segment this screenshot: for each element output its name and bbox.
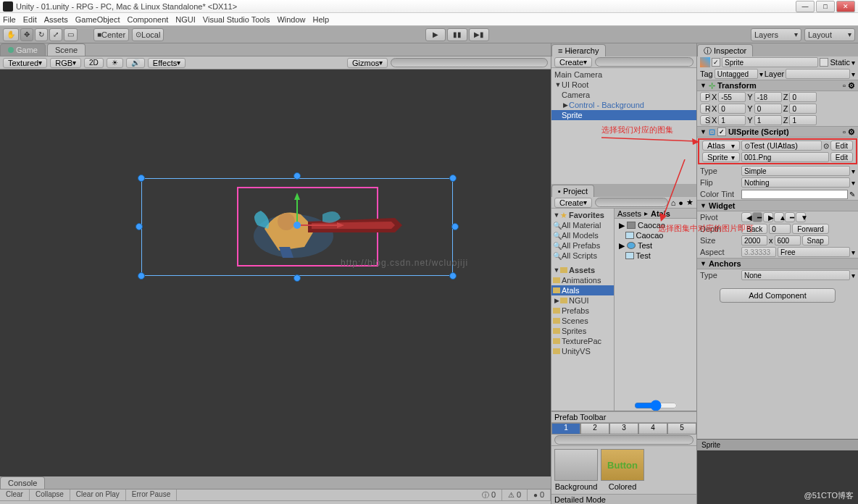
preview-header[interactable]: Sprite bbox=[697, 440, 858, 450]
tab-project[interactable]: ▪ Project bbox=[551, 185, 594, 197]
detail-mode-dropdown[interactable]: Detailed Mode bbox=[554, 495, 606, 504]
console-errorpause[interactable]: Error Pause bbox=[126, 490, 177, 500]
prefab-tab[interactable]: 4 bbox=[638, 423, 667, 434]
tab-inspector[interactable]: ⓘ Inspector bbox=[697, 44, 753, 56]
anchor-type-dropdown[interactable]: None bbox=[741, 270, 850, 280]
tree-row[interactable]: 🔍All Scripts bbox=[551, 251, 614, 261]
scene-viewport[interactable]: http://blog.csdn.net/wcluojiji bbox=[0, 70, 551, 476]
handle[interactable] bbox=[449, 272, 457, 280]
tab-console[interactable]: Console bbox=[0, 476, 45, 489]
flip-dropdown[interactable]: Nothing bbox=[741, 177, 850, 188]
handle[interactable] bbox=[293, 274, 301, 282]
tree-row[interactable]: 🔍All Models bbox=[551, 230, 614, 240]
sprite-edit[interactable]: Edit bbox=[830, 152, 853, 162]
handle[interactable] bbox=[138, 175, 145, 182]
prefab-search[interactable] bbox=[554, 435, 694, 445]
pivot-local-button[interactable]: ⊙ Local bbox=[132, 28, 164, 41]
layers-dropdown[interactable]: Layers ▾ bbox=[751, 28, 801, 41]
size-w[interactable]: 2000 bbox=[741, 235, 767, 245]
project-zoom-slider[interactable] bbox=[634, 400, 678, 411]
scene-search[interactable] bbox=[391, 58, 548, 67]
list-item[interactable]: Test bbox=[616, 251, 695, 261]
name-field[interactable]: Sprite bbox=[722, 57, 818, 67]
sprite-field[interactable]: 001.Png bbox=[741, 152, 829, 162]
transform-header[interactable]: ▼⊹Transform▫ ⚙ bbox=[697, 80, 858, 91]
prefab-tab[interactable]: 2 bbox=[580, 423, 609, 434]
project-search[interactable] bbox=[595, 198, 668, 207]
handle[interactable] bbox=[138, 272, 145, 280]
console-clearonplay[interactable]: Clear on Play bbox=[70, 490, 126, 500]
prefab-tab[interactable]: 5 bbox=[667, 423, 696, 434]
audio-toggle[interactable]: 🔊 bbox=[126, 58, 145, 68]
menu-edit[interactable]: Edit bbox=[23, 15, 37, 24]
handle[interactable] bbox=[449, 175, 457, 182]
atlas-edit[interactable]: Edit bbox=[830, 140, 853, 151]
static-checkbox[interactable] bbox=[820, 58, 828, 67]
depth-field[interactable]: 0 bbox=[769, 224, 791, 234]
console-error-count[interactable]: ● 0 bbox=[528, 490, 551, 500]
step-button[interactable]: ▶▮ bbox=[469, 28, 489, 41]
tree-row[interactable]: UnityVS bbox=[551, 346, 614, 356]
pos-z[interactable]: 0 bbox=[789, 92, 817, 102]
rgb-dropdown[interactable]: RGB ▾ bbox=[50, 58, 81, 68]
depth-forward[interactable]: Forward bbox=[792, 224, 829, 234]
hierarchy-create[interactable]: Create ▾ bbox=[554, 57, 592, 67]
menu-window[interactable]: Window bbox=[277, 15, 305, 24]
rect-tool[interactable]: ▭ bbox=[64, 28, 78, 41]
prefab-item[interactable]: Background bbox=[554, 449, 598, 491]
transform-gizmo[interactable] bbox=[275, 193, 348, 236]
tree-row-selected[interactable]: Atals bbox=[551, 285, 614, 295]
2d-toggle[interactable]: 2D bbox=[84, 58, 104, 68]
menu-help[interactable]: Help bbox=[313, 15, 330, 24]
tree-row-selected[interactable]: Sprite bbox=[551, 110, 696, 120]
tree-row[interactable]: Sprites bbox=[551, 326, 614, 336]
favorites-header[interactable]: ▼★Favorites bbox=[551, 210, 614, 220]
tab-hierarchy[interactable]: ≡ Hierarchy bbox=[551, 44, 606, 56]
menu-file[interactable]: File bbox=[3, 15, 16, 24]
menu-component[interactable]: Component bbox=[127, 15, 168, 24]
handle[interactable] bbox=[293, 172, 301, 180]
maximize-button[interactable]: □ bbox=[816, 1, 835, 12]
scale-z[interactable]: 1 bbox=[789, 115, 817, 125]
uisprite-header[interactable]: ▼⊡✓UISprite (Script)▫ ⚙ bbox=[697, 126, 858, 138]
prefab-tab[interactable]: 1 bbox=[551, 423, 580, 434]
handle[interactable] bbox=[451, 223, 459, 230]
light-toggle[interactable]: ☀ bbox=[107, 58, 123, 68]
pause-button[interactable]: ▮▮ bbox=[447, 28, 467, 41]
console-clear[interactable]: Clear bbox=[0, 490, 30, 500]
anchors-header[interactable]: ▼Anchors bbox=[697, 258, 858, 269]
tree-row[interactable]: TexturePac bbox=[551, 336, 614, 346]
active-checkbox[interactable]: ✓ bbox=[712, 58, 720, 67]
tree-row[interactable]: Camera bbox=[551, 90, 696, 100]
menu-assets[interactable]: Assets bbox=[44, 15, 68, 24]
hand-tool[interactable]: ✋ bbox=[3, 28, 19, 41]
tree-row[interactable]: ▶Control - Background bbox=[551, 100, 696, 110]
close-button[interactable]: ✕ bbox=[836, 1, 855, 12]
tree-row[interactable]: Main Camera bbox=[551, 70, 696, 80]
hierarchy-search[interactable] bbox=[595, 57, 694, 67]
pivot-center-button[interactable]: ■ Center bbox=[93, 28, 129, 41]
gizmos-dropdown[interactable]: Gizmos ▾ bbox=[347, 58, 388, 68]
scale-y[interactable]: 1 bbox=[754, 115, 782, 125]
tab-scene[interactable]: Scene bbox=[47, 43, 86, 56]
play-button[interactable]: ▶ bbox=[425, 28, 446, 41]
prefab-item[interactable]: Button Colored bbox=[601, 449, 644, 491]
aspect-dropdown[interactable]: Free bbox=[778, 247, 850, 257]
menu-ngui[interactable]: NGUI bbox=[175, 15, 196, 24]
assets-header[interactable]: ▼Assets bbox=[551, 265, 614, 275]
rotate-tool[interactable]: ↻ bbox=[35, 28, 48, 41]
shading-dropdown[interactable]: Textured ▾ bbox=[3, 58, 47, 68]
console-collapse[interactable]: Collapse bbox=[30, 490, 70, 500]
tree-row[interactable]: 🔍All Prefabs bbox=[551, 240, 614, 251]
scale-tool[interactable]: ⤢ bbox=[49, 28, 62, 41]
tree-row[interactable]: ▶NGUI bbox=[551, 295, 614, 306]
add-component-button[interactable]: Add Component bbox=[720, 288, 836, 303]
rot-y[interactable]: 0 bbox=[754, 104, 782, 114]
size-h[interactable]: 600 bbox=[775, 235, 801, 245]
scale-x[interactable]: 1 bbox=[718, 115, 746, 125]
tree-row[interactable]: ▼UI Root bbox=[551, 80, 696, 90]
widget-header[interactable]: ▼Widget bbox=[697, 200, 858, 211]
layer-dropdown[interactable] bbox=[786, 69, 850, 79]
menu-vstools[interactable]: Visual Studio Tools bbox=[203, 15, 270, 24]
tag-dropdown[interactable]: Untagged bbox=[715, 69, 758, 79]
